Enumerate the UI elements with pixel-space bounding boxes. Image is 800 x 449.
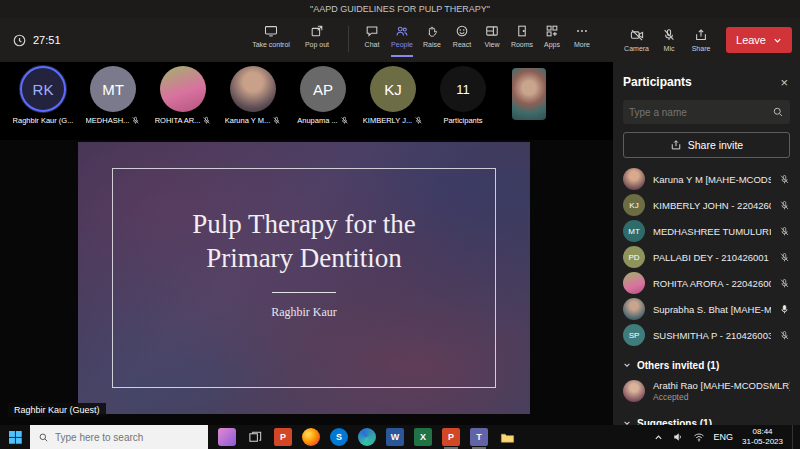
react-smiley-icon [455,24,469,38]
meeting-timer: 27:51 [12,33,61,48]
mic-muted-icon [414,116,423,125]
taskbar-search-input[interactable] [55,432,200,443]
mic-muted-icon[interactable] [779,200,790,211]
language-indicator[interactable]: ENG [714,432,734,442]
tab-people[interactable]: People [387,22,417,50]
avatar-photo [623,272,645,294]
avatar-initials: AP [300,66,346,112]
mic-muted-icon[interactable] [779,278,790,289]
participant-name: MEDHASHREE TUMULURI - 220... [653,226,771,237]
video-tile-medhashree[interactable]: MT MEDHASH... [78,66,148,125]
participant-search[interactable] [623,100,790,124]
view-label: View [484,41,499,48]
leave-chevron-icon[interactable] [773,36,782,45]
taskbar-search[interactable] [30,425,208,449]
video-tile-karuna[interactable]: Karuna Y M... [218,66,288,125]
mic-live-icon[interactable] [779,304,790,315]
participant-row[interactable]: ROHITA ARORA - 220426001 - ... [623,270,790,296]
tab-react[interactable]: React [447,22,477,50]
participant-row[interactable]: Suprabha S. Bhat [MAHE-MCOD... [623,296,790,322]
chat-label: Chat [365,41,380,48]
video-tile-kimberly[interactable]: KJ KIMBERLY J... [358,66,428,125]
tab-view[interactable]: View [477,22,507,50]
others-invited-label: Others invited (1) [637,360,719,371]
video-tile-raghbir[interactable]: RK Raghbir Kaur (G... [8,66,78,125]
participant-row[interactable]: PD PALLABI DEY - 210426001 [623,244,790,270]
powerpoint-open-icon[interactable]: P [442,428,460,446]
word-icon[interactable]: W [386,428,404,446]
participant-row[interactable]: MT MEDHASHREE TUMULURI - 220... [623,218,790,244]
pop-out-button[interactable]: Pop out [294,22,340,50]
suggestions-section-header[interactable]: Suggestions (1) [623,412,790,425]
more-actions-button[interactable]: More [567,22,597,50]
video-tile-rohita[interactable]: ROHITA AR... [148,66,218,125]
taskbar-clock[interactable]: 08:44 31-05-2023 [742,427,783,447]
avatar-text: AP [313,81,333,98]
participant-count-badge: 11 [440,66,486,112]
take-control-button[interactable]: Take control [248,22,294,50]
others-invited-section-header[interactable]: Others invited (1) [623,354,790,376]
invited-name: Arathi Rao [MAHE-MCODSMLR] [653,380,790,392]
window-title: "AAPD GUIDELINES FOR PULP THERAPY" [310,4,490,14]
participant-row[interactable]: Karuna Y M [MAHE-MCODSMLR] [623,166,790,192]
tile-name-label: Anupama ... [297,116,337,125]
chat-icon [365,24,379,38]
action-center-strip[interactable] [792,425,798,449]
mic-muted-icon[interactable] [779,226,790,237]
tile-name-label: ROHITA AR... [155,116,201,125]
rooms-door-icon [515,24,529,38]
camera-label: Camera [624,45,649,52]
tab-raise[interactable]: Raise [417,22,447,50]
leave-button[interactable]: Leave [726,27,792,53]
folder-icon[interactable] [498,428,516,446]
tab-rooms[interactable]: Rooms [507,22,537,50]
share-content-button[interactable]: Share [686,26,716,54]
self-video-tile[interactable] [512,68,546,120]
participant-search-input[interactable] [629,107,772,118]
more-label: More [574,41,590,48]
teams-meeting-window: "AAPD GUIDELINES FOR PULP THERAPY" 27:51… [0,0,800,449]
people-label: People [391,41,413,48]
suggestions-label: Suggestions (1) [637,418,712,426]
task-view-icon[interactable] [246,428,264,446]
presenter-name-label: Raghbir Kaur (Guest) [8,403,106,417]
presentation-slide: Pulp Therapy for the Primary Dentition R… [78,142,530,414]
participant-row[interactable]: SP SUSHMITHA P - 210426003 [623,322,790,348]
participants-panel: Participants × Share invite Karuna Y M [… [613,62,800,425]
edge-icon[interactable] [358,428,376,446]
excel-icon[interactable]: X [414,428,432,446]
share-invite-button[interactable]: Share invite [623,132,790,158]
mic-muted-icon[interactable] [779,252,790,263]
mic-muted-icon[interactable] [779,174,790,185]
mic-toggle-button[interactable]: Mic [654,26,684,54]
firefox-icon[interactable] [302,428,320,446]
raise-hand-icon [425,24,439,38]
tab-chat[interactable]: Chat [357,22,387,50]
participants-list: Karuna Y M [MAHE-MCODSMLR] KJ KIMBERLY J… [623,166,790,348]
participant-count-label: Participants [443,116,482,125]
network-icon[interactable] [693,431,705,443]
start-button[interactable] [0,425,30,449]
avatar-photo [623,168,645,190]
photos-app-icon[interactable] [218,428,236,446]
participant-name: KIMBERLY JOHN - 220426002 - ... [653,200,771,211]
volume-icon[interactable] [672,431,684,443]
participant-name: ROHITA ARORA - 220426001 - ... [653,278,771,289]
teams-icon[interactable]: T [470,428,488,446]
invited-row[interactable]: Arathi Rao [MAHE-MCODSMLR] Accepted [623,376,790,406]
video-tile-anupama[interactable]: AP Anupama ... [288,66,358,125]
tab-apps[interactable]: Apps [537,22,567,50]
tray-expand-icon[interactable] [654,433,663,442]
share-icon [694,28,708,42]
close-panel-icon[interactable]: × [778,75,790,90]
mic-muted-icon[interactable] [779,330,790,341]
more-ellipsis-icon [575,24,589,38]
overflow-participants-tile[interactable]: 11 Participants [428,66,498,125]
raise-label: Raise [423,41,441,48]
powerpoint-icon[interactable]: P [274,428,292,446]
participant-row[interactable]: KJ KIMBERLY JOHN - 220426002 - ... [623,192,790,218]
skype-icon[interactable]: S [330,428,348,446]
avatar-text: MT [628,227,640,236]
camera-toggle-button[interactable]: Camera [621,26,652,54]
mic-muted-icon [202,116,211,125]
